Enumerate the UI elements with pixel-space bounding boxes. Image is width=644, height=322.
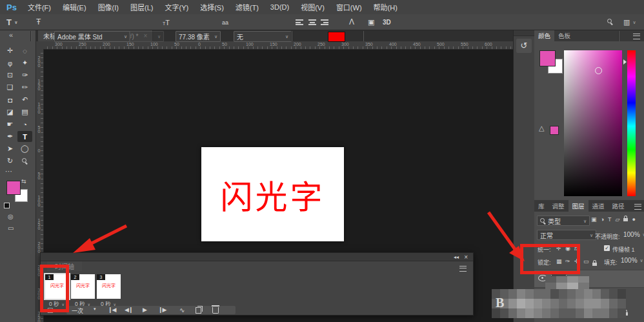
hue-slider[interactable] — [627, 50, 636, 196]
animation-frame-2[interactable]: 2 闪光字 — [71, 274, 95, 299]
previous-frame-icon[interactable]: ◀❙ — [125, 307, 132, 313]
font-size-select[interactable]: 77.38 像素 ∨ — [176, 31, 221, 42]
shape-tool[interactable]: ◯ — [17, 143, 32, 154]
move-tool[interactable]: ✛ — [3, 45, 17, 56]
menu-image[interactable]: 图像(I) — [92, 0, 125, 14]
mosaic-cell — [542, 289, 550, 299]
menu-edit[interactable]: 编辑(E) — [57, 0, 92, 14]
foreground-color-swatch[interactable] — [539, 50, 556, 66]
loop-count-select[interactable]: 一次 — [72, 307, 83, 315]
align-right-icon[interactable] — [320, 19, 328, 25]
lock-all-icon[interactable] — [592, 257, 597, 268]
menu-window[interactable]: 窗口(W) — [330, 0, 368, 14]
align-left-icon[interactable] — [296, 19, 304, 25]
align-center-icon[interactable] — [308, 19, 316, 25]
play-animation-icon[interactable]: ▶ — [143, 307, 146, 313]
filter-adjustment-icon[interactable]: ◑ — [601, 216, 604, 223]
menu-help[interactable]: 帮助(H) — [368, 0, 403, 14]
type-tool-preset-icon[interactable]: T ∨ — [6, 16, 18, 28]
gradient-tool[interactable]: ▤ — [17, 106, 32, 117]
pen-tool[interactable]: ✒ — [3, 131, 17, 142]
swap-colors-icon[interactable]: ⇆ — [21, 178, 26, 185]
more-tools-icon[interactable]: ⋯ — [5, 167, 12, 176]
rotate-view-tool[interactable]: ↻ — [3, 156, 17, 166]
opacity-select[interactable]: 100% ∨ — [621, 230, 644, 239]
gamut-color-chip[interactable] — [550, 126, 559, 135]
propagate-frame-checkbox[interactable]: ✓ — [604, 245, 610, 251]
lasso-tool[interactable]: φ — [3, 57, 17, 68]
eraser-tool[interactable]: ◪ — [3, 106, 17, 117]
tab-swatches[interactable]: 色板 — [554, 30, 574, 41]
tab-libraries[interactable]: 库 — [534, 200, 548, 212]
zoom-tool[interactable] — [17, 156, 32, 166]
filter-toggle-icon[interactable]: ● — [632, 216, 635, 223]
eyedropper-tool[interactable]: ✑ — [17, 70, 32, 81]
panel-menu-icon[interactable] — [459, 266, 467, 272]
magic-wand-tool[interactable]: ✦ — [17, 57, 32, 68]
menu-3d[interactable]: 3D(D) — [265, 0, 295, 14]
anti-alias-select[interactable]: 无 ∨ — [234, 31, 292, 42]
quick-mask-icon[interactable]: ◎ — [8, 213, 14, 220]
menu-type[interactable]: 文字(Y) — [159, 0, 194, 14]
toggle-panels-icon[interactable]: ▣ — [368, 17, 374, 27]
tab-adjustments[interactable]: 调整 — [548, 200, 569, 212]
filter-type-icon[interactable]: T — [608, 216, 612, 223]
foreground-color-swatch[interactable] — [6, 181, 21, 195]
default-colors-icon[interactable] — [4, 203, 10, 208]
next-frame-icon[interactable]: ❙▶ — [158, 307, 166, 313]
tween-frames-icon[interactable]: ∿ — [179, 307, 184, 314]
gamut-warning-icon[interactable]: △ — [539, 124, 544, 132]
fill-select[interactable]: 100% ∨ — [618, 256, 644, 265]
type-color-swatch[interactable] — [328, 32, 345, 42]
history-brush-tool[interactable]: ↶ — [17, 94, 32, 105]
filter-shape-icon[interactable]: ▱ — [615, 216, 619, 223]
close-panel-icon[interactable]: × — [464, 254, 468, 261]
propagate-frame-label: 传播帧 1 — [612, 245, 635, 254]
text-orientation-icon[interactable]: Ŧ — [36, 17, 41, 27]
delete-frame-icon[interactable] — [212, 305, 219, 315]
filter-pixel-icon[interactable]: ▣ — [591, 216, 597, 223]
collapse-tools-icon[interactable]: « — [9, 31, 13, 39]
panel-menu-icon[interactable] — [633, 34, 640, 39]
loop-dropdown-icon[interactable]: ▾ — [94, 307, 96, 312]
tab-paths[interactable]: 路径 — [609, 200, 629, 212]
history-panel-icon[interactable]: ↺ — [516, 39, 532, 53]
menu-select[interactable]: 选择(S) — [194, 0, 230, 14]
font-style-select[interactable]: ∨ — [129, 31, 164, 42]
warp-text-icon[interactable]: Ʌ — [349, 17, 354, 27]
workspace-switcher-icon[interactable]: ▥ ∨ — [623, 17, 636, 27]
menu-file[interactable]: 文件(F) — [22, 0, 57, 14]
path-select-tool[interactable]: ➤ — [3, 143, 17, 154]
menu-view[interactable]: 视图(V) — [295, 0, 330, 14]
healing-brush-tool[interactable]: ❏ — [3, 82, 17, 93]
first-frame-icon[interactable]: ❙◀ — [108, 307, 116, 313]
clone-stamp-tool[interactable]: ◘ — [3, 94, 17, 105]
type-tool-selected[interactable]: T — [17, 131, 32, 142]
duplicate-frame-icon[interactable] — [196, 307, 201, 315]
screen-mode-icon[interactable]: ▭ — [8, 225, 14, 232]
smudge-tool[interactable]: ☛ — [3, 119, 17, 130]
panel-menu-icon[interactable] — [634, 204, 641, 210]
dodge-tool[interactable]: ◔ — [17, 119, 32, 130]
tab-layers[interactable]: 图层 — [569, 200, 589, 212]
menu-layer[interactable]: 图层(L) — [125, 0, 159, 14]
filter-lock-icon[interactable] — [623, 216, 628, 223]
collapse-panel-icon[interactable]: ◂◂ — [454, 254, 459, 260]
saturation-brightness-field[interactable] — [564, 50, 622, 196]
menu-filter[interactable]: 滤镜(T) — [230, 0, 265, 14]
hue-slider-marker[interactable] — [623, 59, 627, 65]
marquee-tool[interactable]: ◌ — [17, 45, 32, 56]
tab-color[interactable]: 颜色 — [534, 30, 554, 41]
document-canvas[interactable]: 闪光字 — [201, 147, 344, 241]
layer-filter-select[interactable]: 类型 ∨ — [537, 216, 590, 226]
tab-channels[interactable]: 通道 — [589, 200, 609, 212]
photoshop-logo: Ps — [0, 3, 22, 12]
font-family-select[interactable]: Adobe 黑体 Std ∨ — [54, 31, 130, 42]
lock-artboard-icon[interactable]: ▭ — [583, 258, 589, 265]
animation-frame-3[interactable]: 3 闪光字 — [97, 274, 121, 299]
search-icon[interactable] — [607, 19, 613, 25]
pencil-tool[interactable]: ✏ — [17, 82, 32, 93]
blend-mode-select[interactable]: 正常 ∨ — [537, 230, 596, 240]
crop-tool[interactable]: ⊡ — [3, 70, 17, 81]
3d-button[interactable]: 3D — [383, 17, 391, 27]
